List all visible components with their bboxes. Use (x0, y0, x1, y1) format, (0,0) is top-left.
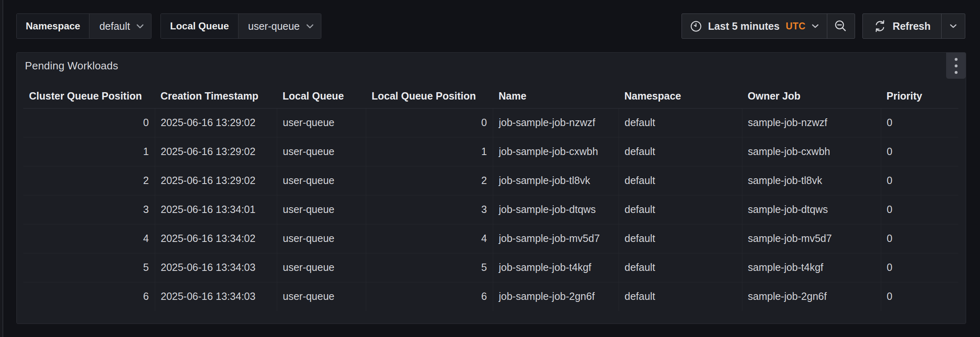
cell-cluster-queue-position: 2 (23, 166, 155, 195)
cell-creation-timestamp: 2025-06-16 13:34:03 (155, 253, 277, 282)
cell-owner-job: sample-job-nzwzf (742, 108, 881, 137)
refresh-interval-dropdown[interactable] (941, 14, 965, 38)
cell-creation-timestamp: 2025-06-16 13:29:02 (155, 166, 277, 195)
column-header-local-queue[interactable]: Local Queue (277, 84, 366, 108)
cell-priority: 0 (881, 282, 958, 311)
cell-owner-job: sample-job-tl8vk (742, 166, 881, 195)
refresh-sync-icon (873, 20, 886, 33)
variable-selected-local-queue: user-queue (248, 20, 300, 32)
column-header-cluster-queue-position[interactable]: Cluster Queue Position (23, 84, 155, 108)
cell-local-queue-position: 2 (366, 166, 493, 195)
table-header-row: Cluster Queue PositionCreation Timestamp… (23, 84, 958, 108)
chevron-down-icon (136, 24, 144, 29)
cell-creation-timestamp: 2025-06-16 13:29:02 (155, 137, 277, 166)
variable-value-local-queue[interactable]: user-queue (238, 14, 321, 38)
pending-workloads-panel: Pending Workloads Cluster Queue Position… (16, 52, 966, 324)
cell-name: job-sample-job-cxwbh (493, 137, 619, 166)
table-body: 02025-06-16 13:29:02user-queue0job-sampl… (23, 108, 958, 311)
table-row: 22025-06-16 13:29:02user-queue2job-sampl… (23, 166, 958, 195)
zoom-out-time-range-button[interactable] (827, 14, 855, 38)
variable-control-local-queue: Local Queue user-queue (160, 13, 321, 39)
refresh-button[interactable]: Refresh (863, 14, 941, 38)
cell-local-queue: user-queue (277, 108, 366, 137)
cell-cluster-queue-position: 4 (23, 224, 155, 253)
variable-label-local-queue: Local Queue (161, 14, 238, 38)
cell-local-queue: user-queue (277, 224, 366, 253)
cell-owner-job: sample-job-cxwbh (742, 137, 881, 166)
chevron-down-icon (306, 24, 314, 29)
clock-icon (690, 20, 702, 32)
cell-local-queue-position: 5 (366, 253, 493, 282)
table-row: 12025-06-16 13:29:02user-queue1job-sampl… (23, 137, 958, 166)
cell-namespace: default (619, 224, 742, 253)
cell-creation-timestamp: 2025-06-16 13:34:02 (155, 224, 277, 253)
cell-name: job-sample-job-t4kgf (493, 253, 619, 282)
cell-name: job-sample-job-nzwzf (493, 108, 619, 137)
table-row: 52025-06-16 13:34:03user-queue5job-sampl… (23, 253, 958, 282)
cell-namespace: default (619, 166, 742, 195)
table-row: 62025-06-16 13:34:03user-queue6job-sampl… (23, 282, 958, 311)
cell-cluster-queue-position: 0 (23, 108, 155, 137)
magnifier-minus-icon (834, 19, 848, 33)
cell-owner-job: sample-job-t4kgf (742, 253, 881, 282)
cell-cluster-queue-position: 5 (23, 253, 155, 282)
cell-cluster-queue-position: 6 (23, 282, 155, 311)
cell-priority: 0 (881, 253, 958, 282)
cell-local-queue-position: 3 (366, 195, 493, 224)
table-row: 02025-06-16 13:29:02user-queue0job-sampl… (23, 108, 958, 137)
variable-value-namespace[interactable]: default (89, 14, 151, 38)
panel-header: Pending Workloads (17, 53, 966, 79)
chevron-down-icon (812, 24, 819, 28)
cell-owner-job: sample-job-dtqws (742, 195, 881, 224)
panel-title: Pending Workloads (25, 60, 118, 72)
time-and-refresh-controls: Last 5 minutes UTC (682, 13, 965, 39)
left-edge-divider (0, 0, 3, 337)
cell-cluster-queue-position: 1 (23, 137, 155, 166)
variable-control-namespace: Namespace default (16, 13, 151, 39)
cell-creation-timestamp: 2025-06-16 13:29:02 (155, 108, 277, 137)
cell-name: job-sample-job-2gn6f (493, 282, 619, 311)
cell-local-queue: user-queue (277, 282, 366, 311)
workloads-table-container: Cluster Queue PositionCreation Timestamp… (17, 84, 966, 311)
kebab-vertical-icon (955, 58, 958, 74)
column-header-owner-job[interactable]: Owner Job (742, 84, 881, 108)
timezone-badge: UTC (786, 21, 806, 32)
cell-priority: 0 (881, 108, 958, 137)
column-header-local-queue-position[interactable]: Local Queue Position (366, 84, 493, 108)
cell-creation-timestamp: 2025-06-16 13:34:01 (155, 195, 277, 224)
refresh-button-label: Refresh (893, 20, 931, 32)
column-header-namespace[interactable]: Namespace (619, 84, 742, 108)
cell-local-queue: user-queue (277, 253, 366, 282)
cell-priority: 0 (881, 137, 958, 166)
cell-priority: 0 (881, 224, 958, 253)
spacer (855, 13, 862, 39)
cell-name: job-sample-job-mv5d7 (493, 224, 619, 253)
column-header-name[interactable]: Name (493, 84, 619, 108)
cell-local-queue: user-queue (277, 166, 366, 195)
cell-owner-job: sample-job-mv5d7 (742, 224, 881, 253)
panel-menu-button[interactable] (946, 53, 966, 79)
cell-local-queue: user-queue (277, 195, 366, 224)
chevron-down-icon (950, 24, 957, 28)
refresh-group: Refresh (862, 13, 965, 39)
cell-namespace: default (619, 137, 742, 166)
cell-priority: 0 (881, 166, 958, 195)
cell-namespace: default (619, 253, 742, 282)
workloads-table: Cluster Queue PositionCreation Timestamp… (23, 84, 958, 311)
time-picker-group: Last 5 minutes UTC (682, 13, 855, 39)
cell-namespace: default (619, 282, 742, 311)
cell-local-queue-position: 4 (366, 224, 493, 253)
time-picker-button[interactable]: Last 5 minutes UTC (682, 14, 827, 38)
cell-owner-job: sample-job-2gn6f (742, 282, 881, 311)
column-header-priority[interactable]: Priority (881, 84, 958, 108)
dashboard-controls-bar: Namespace default Local Queue user-queue… (16, 13, 965, 39)
cell-name: job-sample-job-tl8vk (493, 166, 619, 195)
cell-namespace: default (619, 195, 742, 224)
cell-local-queue-position: 1 (366, 137, 493, 166)
variable-selected-namespace: default (99, 20, 130, 32)
table-row: 32025-06-16 13:34:01user-queue3job-sampl… (23, 195, 958, 224)
column-header-creation-timestamp[interactable]: Creation Timestamp (155, 84, 277, 108)
time-range-label: Last 5 minutes (708, 20, 780, 32)
cell-namespace: default (619, 108, 742, 137)
cell-priority: 0 (881, 195, 958, 224)
